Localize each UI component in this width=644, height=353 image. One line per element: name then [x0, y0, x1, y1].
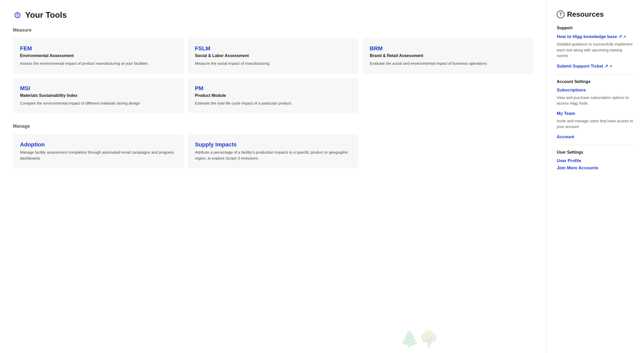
- resources-sidebar: ? Resources Support How to Higg knowledg…: [547, 0, 644, 353]
- my-team-description: Invite and manage users that have access…: [557, 118, 634, 130]
- account-settings-label: Account Settings: [557, 79, 634, 84]
- user-profile-link[interactable]: User Profile: [557, 158, 634, 163]
- subscriptions-description: View and purchase subscription options t…: [557, 95, 634, 106]
- tool-title-msi: Materials Sustainability Index: [20, 93, 177, 98]
- tool-card-supply-impacts[interactable]: Supply Impacts Attribute a percentage of…: [188, 134, 359, 168]
- tool-title-pm: Product Module: [195, 93, 352, 98]
- tool-card-brm[interactable]: BRM Brand & Retail Assessment Evaluate t…: [363, 38, 533, 74]
- tool-abbr-fem: FEM: [20, 45, 177, 52]
- tool-abbr-pm: PM: [195, 85, 352, 92]
- tool-card-msi[interactable]: MSI Materials Sustainability Index Compa…: [13, 78, 184, 114]
- tool-title-fslm: Social & Labor Assessment: [195, 53, 352, 58]
- knowledge-base-link[interactable]: How to Higg knowledge base ↗: [557, 34, 634, 39]
- tool-abbr-adoption: Adoption: [20, 141, 177, 148]
- subscriptions-link[interactable]: Subscriptions: [557, 88, 634, 93]
- account-link[interactable]: Account: [557, 134, 634, 140]
- tool-desc-adoption: Manage facility assessment completion th…: [20, 150, 177, 161]
- measure-tools-grid: FEM Environmental Assessment Assess the …: [13, 38, 533, 113]
- tool-desc-brm: Evaluate the social and environmental im…: [370, 61, 526, 67]
- tool-title-brm: Brand & Retail Assessment: [370, 53, 526, 58]
- tool-abbr-msi: MSI: [20, 85, 177, 92]
- tool-card-pm[interactable]: PM Product Module Estimate the total lif…: [188, 78, 359, 114]
- page-title: Your Tools: [25, 10, 67, 20]
- tool-card-fslm[interactable]: FSLM Social & Labor Assessment Measure t…: [188, 38, 359, 74]
- tool-desc-fem: Assess the environmental impact of produ…: [20, 61, 177, 67]
- tool-card-adoption[interactable]: Adoption Manage facility assessment comp…: [13, 134, 184, 168]
- support-ticket-link[interactable]: Submit Support Ticket ↗: [557, 63, 634, 69]
- sidebar-header: ? Resources: [557, 10, 634, 18]
- tool-desc-fslm: Measure the social impact of manufacturi…: [195, 61, 352, 67]
- manage-tools-grid: Adoption Manage facility assessment comp…: [13, 134, 533, 168]
- knowledge-base-description: Detailed guidance to successfully implem…: [557, 41, 634, 59]
- tool-abbr-supply-impacts: Supply Impacts: [195, 141, 352, 148]
- sidebar-title: Resources: [567, 10, 604, 18]
- manage-label: Manage: [13, 124, 533, 129]
- join-accounts-link[interactable]: Join More Accounts: [557, 165, 634, 171]
- support-section-label: Support: [557, 26, 634, 30]
- decorative-illustration: 🌲🌳: [400, 330, 438, 348]
- tool-desc-pm: Estimate the total life cycle impact of …: [195, 100, 352, 106]
- tool-desc-supply-impacts: Attribute a percentage of a facility's p…: [195, 150, 352, 161]
- my-team-link[interactable]: My Team: [557, 111, 634, 116]
- tool-abbr-brm: BRM: [370, 45, 526, 52]
- question-icon: ?: [557, 11, 564, 18]
- user-settings-label: User Settings: [557, 150, 634, 155]
- sidebar-divider-2: [557, 145, 634, 145]
- tool-abbr-fslm: FSLM: [195, 45, 352, 52]
- tool-card-fem[interactable]: FEM Environmental Assessment Assess the …: [13, 38, 184, 74]
- tool-desc-msi: Compare the environmental impact of diff…: [20, 100, 177, 106]
- sidebar-divider-1: [557, 74, 634, 74]
- compass-icon: [13, 11, 22, 20]
- page-header: Your Tools: [13, 10, 533, 20]
- tool-title-fem: Environmental Assessment: [20, 53, 177, 58]
- measure-label: Measure: [13, 27, 533, 33]
